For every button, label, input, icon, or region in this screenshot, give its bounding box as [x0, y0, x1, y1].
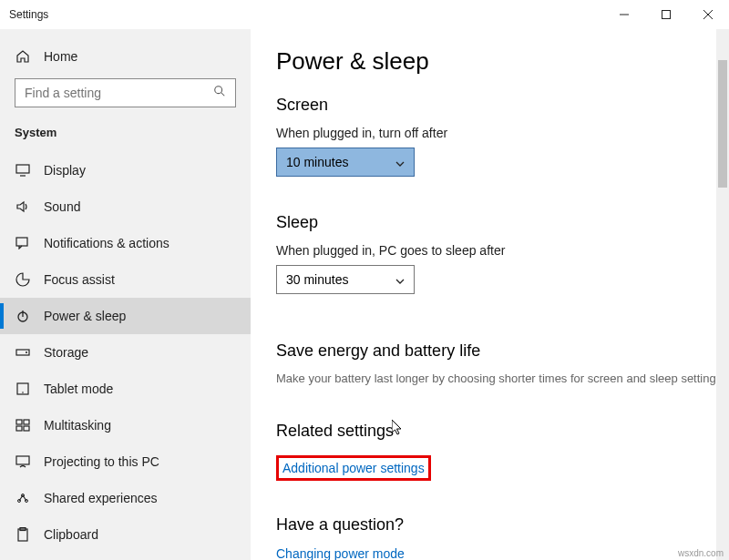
changing-power-mode-link[interactable]: Changing power mode	[276, 546, 405, 560]
sidebar-item-storage[interactable]: Storage	[0, 334, 251, 371]
svg-rect-8	[16, 238, 27, 246]
nav-label: Tablet mode	[44, 382, 113, 396]
notifications-icon	[15, 237, 31, 249]
power-icon	[15, 309, 31, 323]
nav-label: Power & sleep	[44, 309, 126, 323]
scroll-thumb[interactable]	[718, 60, 727, 188]
sidebar-item-multitasking[interactable]: Multitasking	[0, 407, 251, 443]
search-input[interactable]	[15, 78, 236, 107]
shared-icon	[15, 492, 31, 504]
page-title: Power & sleep	[276, 47, 729, 76]
svg-point-14	[22, 392, 24, 393]
multitasking-icon	[15, 419, 31, 432]
section-energy-heading: Save energy and battery life	[276, 341, 729, 361]
svg-rect-17	[16, 426, 22, 431]
home-icon	[15, 49, 31, 64]
svg-point-4	[215, 87, 222, 94]
section-screen-heading: Screen	[276, 96, 729, 115]
sidebar-section-label: System	[0, 120, 251, 152]
section-related-heading: Related settings	[276, 422, 729, 441]
minimize-button[interactable]	[603, 0, 645, 29]
screen-off-dropdown[interactable]: 10 minutes	[276, 148, 415, 177]
section-sleep-heading: Sleep	[276, 213, 729, 232]
search-field[interactable]	[25, 86, 213, 100]
sidebar-item-sound[interactable]: Sound	[0, 188, 251, 225]
titlebar: Settings	[0, 0, 729, 29]
sidebar-home-label: Home	[44, 49, 77, 64]
sidebar-item-clipboard[interactable]: Clipboard	[0, 516, 251, 553]
close-button[interactable]	[687, 0, 729, 29]
section-question-heading: Have a question?	[276, 515, 729, 535]
sidebar-item-focus-assist[interactable]: Focus assist	[0, 261, 251, 298]
main-content: Power & sleep Screen When plugged in, tu…	[251, 29, 729, 560]
svg-rect-19	[16, 456, 29, 464]
nav-label: Projecting to this PC	[44, 454, 159, 469]
sound-icon	[15, 200, 31, 213]
window-controls	[603, 0, 729, 29]
window-title: Settings	[9, 8, 603, 21]
sidebar-item-display[interactable]: Display	[0, 152, 251, 188]
maximize-button[interactable]	[645, 0, 687, 29]
display-icon	[15, 164, 31, 177]
chevron-down-icon	[395, 272, 405, 287]
sidebar: Home System Display Sound	[0, 29, 251, 560]
chevron-down-icon	[395, 155, 405, 169]
sidebar-item-notifications[interactable]: Notifications & actions	[0, 225, 251, 261]
sidebar-item-shared-experiences[interactable]: Shared experiences	[0, 480, 251, 516]
nav-label: Notifications & actions	[44, 236, 169, 250]
nav-label: Multitasking	[44, 418, 111, 433]
svg-rect-6	[16, 165, 29, 173]
sidebar-nav: Display Sound Notifications & actions Fo…	[0, 152, 251, 553]
tablet-icon	[15, 382, 31, 395]
nav-label: Display	[44, 163, 86, 178]
nav-label: Shared experiences	[44, 491, 158, 505]
sleep-after-label: When plugged in, PC goes to sleep after	[276, 243, 729, 258]
dropdown-value: 10 minutes	[286, 155, 348, 169]
svg-rect-15	[16, 420, 22, 424]
svg-rect-18	[24, 426, 29, 431]
dropdown-value: 30 minutes	[286, 272, 348, 287]
nav-label: Sound	[44, 199, 80, 214]
sidebar-item-power-sleep[interactable]: Power & sleep	[0, 298, 251, 334]
projecting-icon	[15, 455, 31, 468]
energy-description: Make your battery last longer by choosin…	[276, 372, 729, 385]
svg-point-12	[26, 351, 27, 353]
focus-assist-icon	[15, 272, 31, 287]
nav-label: Clipboard	[44, 527, 98, 542]
sidebar-item-tablet-mode[interactable]: Tablet mode	[0, 371, 251, 407]
additional-power-settings-link[interactable]: Additional power settings	[282, 461, 425, 475]
nav-label: Storage	[44, 345, 88, 360]
svg-rect-1	[662, 11, 671, 19]
scrollbar[interactable]	[716, 29, 729, 560]
storage-icon	[15, 347, 31, 358]
sidebar-home[interactable]: Home	[0, 42, 251, 71]
svg-point-20	[18, 500, 21, 503]
nav-label: Focus assist	[44, 272, 115, 287]
screen-off-label: When plugged in, turn off after	[276, 126, 729, 140]
annotation-highlight: Additional power settings	[276, 455, 431, 481]
sidebar-item-projecting[interactable]: Projecting to this PC	[0, 443, 251, 480]
clipboard-icon	[15, 527, 31, 542]
svg-line-5	[221, 93, 225, 97]
watermark: wsxdn.com	[678, 548, 724, 558]
svg-rect-16	[24, 420, 29, 424]
search-icon	[213, 85, 226, 101]
sleep-after-dropdown[interactable]: 30 minutes	[276, 265, 415, 294]
